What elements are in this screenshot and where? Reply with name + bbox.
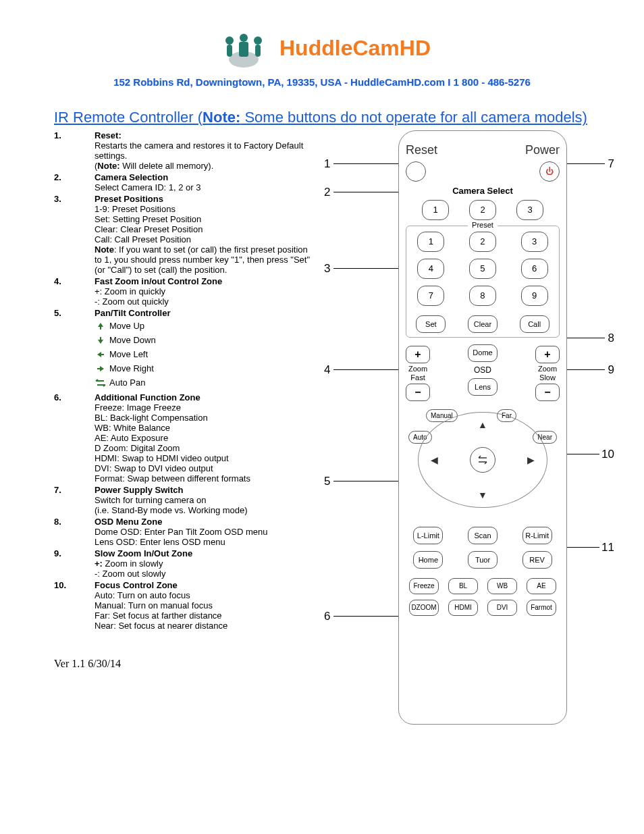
dzoom-button[interactable]: DZOOM xyxy=(409,600,439,616)
cam-2-button[interactable]: 2 xyxy=(469,200,496,220)
call-button[interactable]: Call xyxy=(520,315,549,333)
dvi-button[interactable]: DVI xyxy=(487,600,517,616)
version-text: Ver 1.1 6/30/14 xyxy=(54,658,311,670)
zoom-slow-plus-button[interactable]: + xyxy=(535,346,560,363)
freeze-button[interactable]: Freeze xyxy=(409,578,439,594)
preset-9-button[interactable]: 9 xyxy=(521,286,548,306)
remote-diagram: 1 2 3 4 5 6 7 8 9 10 11 Rese xyxy=(324,130,614,738)
svg-rect-3 xyxy=(227,45,232,57)
farmot-button[interactable]: Farmot xyxy=(527,600,556,616)
zoom-fast-minus-button[interactable]: − xyxy=(406,384,430,401)
hdmi-button[interactable]: HDMI xyxy=(448,600,478,616)
instruction-list: 1.Reset:Restarts the camera and restores… xyxy=(54,130,311,631)
pantilt-up-icon xyxy=(95,320,107,332)
address-line: 152 Robbins Rd, Downingtown, PA, 19335, … xyxy=(54,76,590,88)
lens-osd-button[interactable]: Lens xyxy=(468,378,498,396)
pantilt-left-icon xyxy=(95,348,107,361)
preset-5-button[interactable]: 5 xyxy=(469,259,496,279)
preset-3-button[interactable]: 3 xyxy=(521,232,548,252)
rlimit-button[interactable]: R-Limit xyxy=(522,527,552,544)
svg-point-2 xyxy=(225,36,234,45)
power-label: Power xyxy=(525,143,560,157)
cam-3-button[interactable]: 3 xyxy=(516,200,543,220)
clear-button[interactable]: Clear xyxy=(468,315,498,333)
callout-3: 3 xyxy=(324,262,330,276)
preset-8-button[interactable]: 8 xyxy=(469,286,496,306)
home-button[interactable]: Home xyxy=(413,551,443,569)
callout-9: 9 xyxy=(608,363,614,377)
tuor-button[interactable]: Tuor xyxy=(468,551,498,569)
callout-1: 1 xyxy=(324,157,330,171)
preset-1-button[interactable]: 1 xyxy=(417,232,444,252)
dome-osd-button[interactable]: Dome xyxy=(468,344,498,362)
svg-point-4 xyxy=(254,36,262,45)
autopan-button[interactable] xyxy=(470,447,495,473)
callout-4: 4 xyxy=(324,363,330,377)
callout-7: 7 xyxy=(608,157,614,171)
callout-10: 10 xyxy=(601,448,614,461)
pantilt-right-icon xyxy=(95,363,107,375)
svg-rect-1 xyxy=(239,42,248,57)
tilt-down-button[interactable]: ▼ xyxy=(478,490,487,500)
rev-button[interactable]: REV xyxy=(522,551,552,569)
power-button[interactable]: ⏻ xyxy=(539,161,560,182)
preset-6-button[interactable]: 6 xyxy=(521,259,548,279)
preset-4-button[interactable]: 4 xyxy=(417,259,444,279)
reset-label: Reset xyxy=(406,143,437,157)
brand-text: HuddleCamHD xyxy=(279,36,431,61)
zoom-slow-minus-button[interactable]: − xyxy=(535,384,560,401)
svg-point-6 xyxy=(240,34,248,42)
pan-right-button[interactable]: ▶ xyxy=(527,454,535,465)
camera-select-label: Camera Select xyxy=(406,186,560,196)
scan-button[interactable]: Scan xyxy=(468,527,498,544)
ae-button[interactable]: AE xyxy=(527,578,556,594)
preset-2-button[interactable]: 2 xyxy=(469,232,496,252)
logo-icon xyxy=(213,27,274,70)
logo-area: HuddleCamHD xyxy=(54,27,590,70)
callout-2: 2 xyxy=(324,186,330,199)
reset-button[interactable] xyxy=(406,161,426,182)
tilt-up-button[interactable]: ▲ xyxy=(478,419,487,430)
wb-button[interactable]: WB xyxy=(487,578,517,594)
callout-8: 8 xyxy=(608,332,614,345)
bl-button[interactable]: BL xyxy=(448,578,478,594)
svg-rect-5 xyxy=(255,45,261,57)
pantilt-autopan-icon xyxy=(95,377,107,389)
callout-5: 5 xyxy=(324,475,330,488)
callout-6: 6 xyxy=(324,610,330,623)
callout-11: 11 xyxy=(601,541,614,554)
zoom-fast-plus-button[interactable]: + xyxy=(406,346,430,363)
preset-box-label: Preset xyxy=(468,221,498,229)
preset-7-button[interactable]: 7 xyxy=(417,286,444,306)
pantilt-down-icon xyxy=(95,334,107,346)
cam-1-button[interactable]: 1 xyxy=(422,200,449,220)
pan-left-button[interactable]: ◀ xyxy=(431,454,438,465)
llimit-button[interactable]: L-Limit xyxy=(413,527,443,544)
section-title: IR Remote Controller (Note: Some buttons… xyxy=(54,108,590,128)
set-button[interactable]: Set xyxy=(416,315,446,333)
